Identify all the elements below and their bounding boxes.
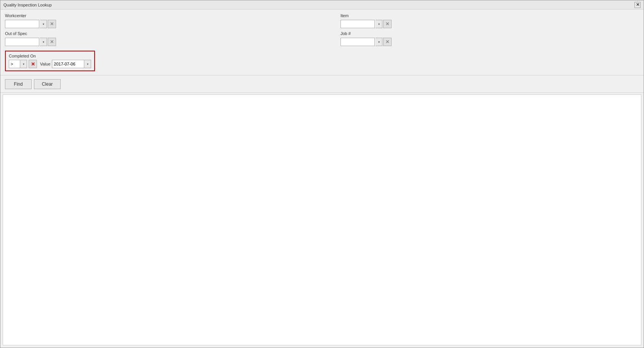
completed-on-operator-dropdown-btn[interactable]: ▾ <box>20 60 27 68</box>
job-number-group: Job # ▾ ✕ <box>340 31 392 46</box>
workcenter-label: Workcenter <box>5 13 56 18</box>
item-clear-btn[interactable]: ✕ <box>383 20 392 28</box>
item-group: Item ▾ ✕ <box>340 13 392 28</box>
filter-row-1: Workcenter ▾ ✕ Item ▾ ✕ <box>5 13 639 28</box>
main-window: Quality Inspection Lookup ✕ Workcenter ▾… <box>0 0 644 348</box>
clear-button[interactable]: Clear <box>34 79 61 89</box>
item-dropdown-btn[interactable]: ▾ <box>376 20 382 28</box>
close-button[interactable]: ✕ <box>634 2 641 8</box>
results-area <box>3 94 641 345</box>
workcenter-input-row: ▾ ✕ <box>5 20 56 28</box>
completed-on-box: Completed On ▾ ✕ Value ▾ <box>5 51 95 71</box>
out-of-spec-input[interactable] <box>5 38 39 46</box>
out-of-spec-group: Out of Spec ▾ ✕ <box>5 31 56 46</box>
completed-on-operator-input[interactable] <box>9 60 20 68</box>
value-label: Value <box>40 62 50 66</box>
job-number-label: Job # <box>340 31 392 36</box>
workcenter-input[interactable] <box>5 20 39 28</box>
item-input[interactable] <box>340 20 375 28</box>
completed-on-date-input[interactable] <box>52 60 84 68</box>
item-input-row: ▾ ✕ <box>340 20 392 28</box>
item-label: Item <box>340 13 392 18</box>
out-of-spec-input-row: ▾ ✕ <box>5 38 56 46</box>
operator-input-row: ▾ <box>9 60 27 68</box>
window-title: Quality Inspection Lookup <box>3 3 52 7</box>
completed-on-clear-btn[interactable]: ✕ <box>29 60 37 68</box>
date-input-row: ▾ <box>52 60 91 68</box>
job-number-dropdown-btn[interactable]: ▾ <box>376 38 382 46</box>
workcenter-dropdown-btn[interactable]: ▾ <box>40 20 47 28</box>
out-of-spec-clear-btn[interactable]: ✕ <box>48 38 56 46</box>
job-number-input[interactable] <box>340 38 375 46</box>
job-number-clear-btn[interactable]: ✕ <box>383 38 392 46</box>
filter-section: Workcenter ▾ ✕ Item ▾ ✕ Out <box>0 10 644 75</box>
completed-on-row: ▾ ✕ Value ▾ <box>9 60 91 68</box>
find-button[interactable]: Find <box>5 79 32 89</box>
action-bar: Find Clear <box>0 75 644 93</box>
workcenter-clear-btn[interactable]: ✕ <box>48 20 56 28</box>
filter-row-2: Out of Spec ▾ ✕ Job # ▾ ✕ <box>5 31 639 46</box>
title-bar: Quality Inspection Lookup ✕ <box>0 0 644 10</box>
completed-on-date-dropdown-btn[interactable]: ▾ <box>84 60 91 68</box>
completed-on-label: Completed On <box>9 54 91 58</box>
workcenter-group: Workcenter ▾ ✕ <box>5 13 56 28</box>
job-number-input-row: ▾ ✕ <box>340 38 392 46</box>
out-of-spec-dropdown-btn[interactable]: ▾ <box>40 38 47 46</box>
out-of-spec-label: Out of Spec <box>5 31 56 36</box>
